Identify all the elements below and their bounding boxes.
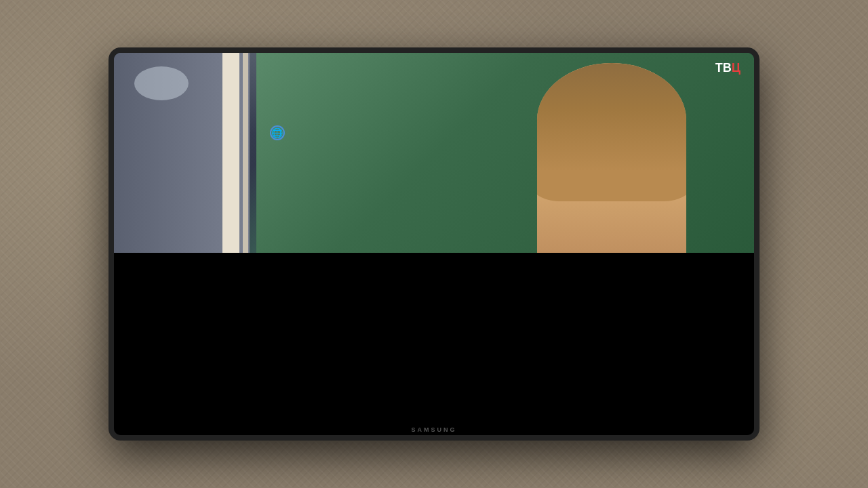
video-content: ТВЦ — [114, 53, 754, 253]
scene-door — [222, 53, 239, 253]
tv-frame: ТВЦ Телегид — [108, 47, 760, 441]
channel-logo: ТВЦ — [715, 61, 741, 75]
scene-door2 — [243, 53, 248, 253]
channel-name-tv: ТВ — [715, 61, 732, 75]
channel-name-accent: Ц — [732, 61, 741, 75]
globe-icon: 🌐 — [270, 125, 285, 140]
person-figure — [537, 63, 686, 253]
tv-screen: ТВЦ Телегид — [114, 53, 754, 435]
person-hair — [537, 63, 686, 201]
tv-brand: SAMSUNG — [411, 426, 456, 433]
